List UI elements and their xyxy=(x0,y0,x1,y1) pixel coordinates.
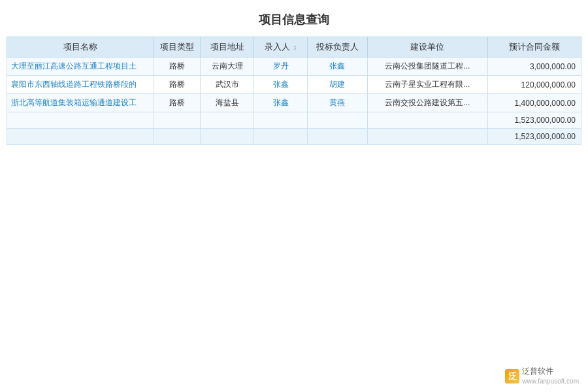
cell-builder: 云南子星实业工程有限... xyxy=(367,76,487,94)
table-header-row: 项目名称项目类型项目地址录入人 ↕投标负责人建设单位预计合同金额 xyxy=(7,37,581,57)
table-row: 浙北高等航道集装箱运输通道建设工路桥海盐县张鑫黄燕云南交投公路建设第五...1,… xyxy=(7,94,581,112)
logo-main-text: 泛普软件 xyxy=(522,367,579,377)
cell-entry[interactable]: 张鑫 xyxy=(254,94,308,112)
cell-type: 路桥 xyxy=(154,94,201,112)
table-container: 项目名称项目类型项目地址录入人 ↕投标负责人建设单位预计合同金额 大理至丽江高速… xyxy=(0,37,588,145)
logo-char: 泛 xyxy=(508,370,517,382)
page-title: 项目信息查询 xyxy=(0,0,588,37)
cell-amount: 3,000,000.00 xyxy=(487,57,581,76)
cell-amount: 1,400,000,000.00 xyxy=(487,94,581,112)
subtotal-amount: 1,523,000,000.00 xyxy=(487,112,581,129)
subtotal-empty-cell xyxy=(254,112,308,129)
total-empty-cell xyxy=(154,129,201,145)
cell-addr: 云南大理 xyxy=(201,57,254,76)
subtotal-row: 1,523,000,000.00 xyxy=(7,112,581,129)
col-header-amount: 预计合同金额 xyxy=(487,37,581,57)
sort-icon-entry[interactable]: ↕ xyxy=(291,44,297,51)
total-empty-cell xyxy=(7,129,154,145)
total-empty-cell xyxy=(201,129,254,145)
cell-name[interactable]: 浙北高等航道集装箱运输通道建设工 xyxy=(7,94,154,112)
col-header-type: 项目类型 xyxy=(154,37,201,57)
col-header-builder: 建设单位 xyxy=(367,37,487,57)
cell-builder: 云南公投集团隧道工程... xyxy=(367,57,487,76)
cell-bid[interactable]: 张鑫 xyxy=(307,57,367,76)
logo-icon: 泛 xyxy=(505,369,519,384)
total-empty-cell xyxy=(307,129,367,145)
cell-bid[interactable]: 黄燕 xyxy=(307,94,367,112)
logo-text: 泛普软件 www.fanpusoft.com xyxy=(522,367,579,385)
col-header-name: 项目名称 xyxy=(7,37,154,57)
subtotal-empty-cell xyxy=(201,112,254,129)
cell-type: 路桥 xyxy=(154,76,201,94)
total-row: 1,523,000,000.00 xyxy=(7,129,581,145)
cell-name[interactable]: 大理至丽江高速公路互通工程项目土 xyxy=(7,57,154,76)
total-empty-cell xyxy=(254,129,308,145)
cell-addr: 武汉市 xyxy=(201,76,254,94)
cell-entry[interactable]: 张鑫 xyxy=(254,76,308,94)
cell-builder: 云南交投公路建设第五... xyxy=(367,94,487,112)
subtotal-empty-cell xyxy=(307,112,367,129)
subtotal-empty-cell xyxy=(7,112,154,129)
table-row: 大理至丽江高速公路互通工程项目土路桥云南大理罗丹张鑫云南公投集团隧道工程...3… xyxy=(7,57,581,76)
logo-sub-text: www.fanpusoft.com xyxy=(522,377,579,385)
subtotal-empty-cell xyxy=(154,112,201,129)
cell-entry[interactable]: 罗丹 xyxy=(254,57,308,76)
total-amount: 1,523,000,000.00 xyxy=(487,129,581,145)
cell-addr: 海盐县 xyxy=(201,94,254,112)
total-empty-cell xyxy=(367,129,487,145)
col-header-addr: 项目地址 xyxy=(201,37,254,57)
cell-type: 路桥 xyxy=(154,57,201,76)
footer-logo: 泛 泛普软件 www.fanpusoft.com xyxy=(505,367,579,385)
cell-name[interactable]: 襄阳市东西轴线道路工程铁路桥段的 xyxy=(7,76,154,94)
col-header-entry[interactable]: 录入人 ↕ xyxy=(254,37,308,57)
cell-bid[interactable]: 胡建 xyxy=(307,76,367,94)
project-table: 项目名称项目类型项目地址录入人 ↕投标负责人建设单位预计合同金额 大理至丽江高速… xyxy=(7,37,581,145)
col-header-bid: 投标负责人 xyxy=(307,37,367,57)
table-row: 襄阳市东西轴线道路工程铁路桥段的路桥武汉市张鑫胡建云南子星实业工程有限...12… xyxy=(7,76,581,94)
subtotal-empty-cell xyxy=(367,112,487,129)
cell-amount: 120,000,000.00 xyxy=(487,76,581,94)
